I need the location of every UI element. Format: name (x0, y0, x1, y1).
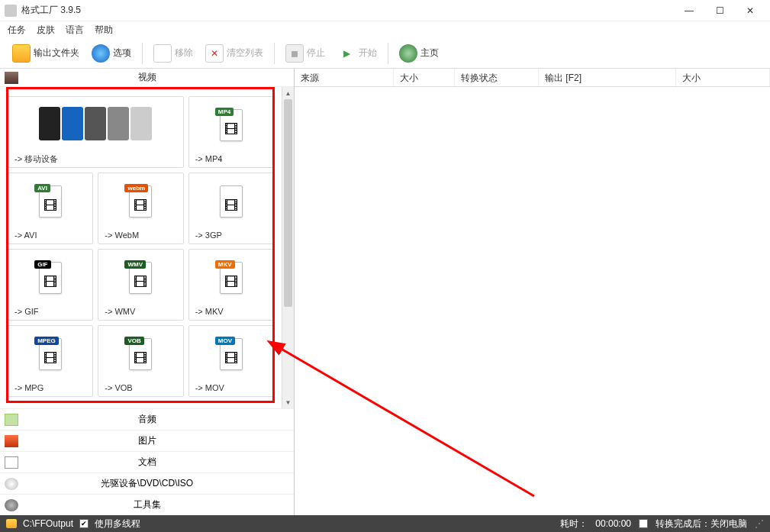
remove-label: 移除 (175, 47, 193, 60)
close-button[interactable]: ✕ (735, 2, 765, 20)
format-thumb-wmv: WMV🎞 (98, 250, 182, 303)
category-video[interactable]: 视频 (0, 69, 294, 87)
stop-icon: ◼ (285, 44, 304, 63)
separator (388, 43, 388, 64)
col-size2[interactable]: 大小 (676, 69, 770, 86)
task-list-header: 来源 大小 转换状态 输出 [F2] 大小 (295, 69, 770, 87)
format-thumb-mov: MOV🎞 (189, 326, 273, 379)
format-label-mov: -> MOV (189, 379, 273, 396)
status-bar: C:\FFOutput ✔ 使用多线程 耗时： 00:00:00 转换完成后：关… (0, 515, 770, 532)
category-audio-label: 音频 (138, 413, 156, 426)
output-folder-button[interactable]: 输出文件夹 (8, 43, 84, 64)
multithread-label: 使用多线程 (95, 517, 140, 530)
elapsed-value: 00:00:00 (595, 518, 631, 529)
shutdown-checkbox[interactable] (639, 519, 648, 528)
format-label-avi: -> AVI (8, 227, 92, 243)
menu-bar: 任务 皮肤 语言 帮助 (0, 21, 770, 38)
start-label: 开始 (359, 47, 377, 60)
clear-list-label: 清空列表 (227, 47, 263, 60)
format-thumb-gif: GIF🎞 (8, 250, 92, 303)
clear-list-button[interactable]: ✕ 清空列表 (201, 43, 268, 64)
menu-skin[interactable]: 皮肤 (37, 24, 55, 37)
category-list: 音频 图片 文档 光驱设备\DVD\CD\ISO 工具集 (0, 408, 294, 515)
format-tile-vob[interactable]: VOB🎞-> VOB (98, 325, 183, 397)
format-thumb-mp4: MP4🎞 (189, 97, 273, 150)
menu-language[interactable]: 语言 (66, 24, 84, 37)
multithread-checkbox[interactable]: ✔ (79, 519, 89, 528)
output-folder-label: 输出文件夹 (34, 47, 79, 60)
format-label-mp4: -> MP4 (189, 150, 273, 167)
resize-grip-icon[interactable]: ⋰ (755, 518, 764, 529)
folder-icon (12, 44, 31, 63)
gear-icon (92, 44, 110, 63)
category-tools[interactable]: 工具集 (0, 494, 294, 515)
format-tile-webm[interactable]: webm🎞-> WebM (98, 172, 183, 244)
format-label-webm: -> WebM (98, 227, 182, 243)
format-thumb-vob: VOB🎞 (98, 326, 182, 379)
main-area: 视频 -> 移动设备MP4🎞-> MP4AVI🎞-> AVIwebm🎞-> We… (0, 69, 770, 515)
toolbar: 输出文件夹 选项 移除 ✕ 清空列表 ◼ 停止 ▶ 开始 主页 (0, 38, 770, 69)
col-size[interactable]: 大小 (394, 69, 455, 86)
col-output[interactable]: 输出 [F2] (539, 69, 676, 86)
format-tile-3gp[interactable]: 🎞-> 3GP (188, 172, 274, 244)
options-button[interactable]: 选项 (87, 43, 136, 64)
video-grid-scroll[interactable]: -> 移动设备MP4🎞-> MP4AVI🎞-> AVIwebm🎞-> WebM🎞… (0, 87, 282, 408)
col-status[interactable]: 转换状态 (455, 69, 539, 86)
menu-task[interactable]: 任务 (8, 24, 26, 37)
format-label-mkv: -> MKV (189, 303, 273, 320)
globe-icon (399, 44, 417, 63)
format-tile-mp4[interactable]: MP4🎞-> MP4 (188, 96, 274, 168)
separator (274, 43, 275, 64)
stop-label: 停止 (307, 47, 325, 60)
format-tile-mkv[interactable]: MKV🎞-> MKV (188, 249, 274, 321)
format-tile-mobile[interactable]: -> 移动设备 (8, 96, 184, 168)
after-done-label: 转换完成后：关闭电脑 (656, 517, 747, 530)
separator (142, 43, 143, 64)
format-label-mobile: -> 移动设备 (8, 150, 183, 167)
scroll-thumb[interactable] (284, 99, 292, 307)
scrollbar[interactable]: ▲ ▼ (282, 87, 294, 408)
format-thumb-mkv: MKV🎞 (189, 250, 273, 303)
output-path[interactable]: C:\FFOutput (23, 518, 73, 529)
document-icon (5, 456, 18, 469)
scroll-track[interactable] (282, 99, 294, 396)
start-button[interactable]: ▶ 开始 (333, 43, 382, 64)
category-image[interactable]: 图片 (0, 430, 294, 451)
remove-button[interactable]: 移除 (149, 43, 198, 64)
format-thumb-avi: AVI🎞 (8, 173, 92, 227)
stop-button[interactable]: ◼ 停止 (281, 43, 330, 64)
minimize-button[interactable]: — (674, 2, 704, 20)
home-button[interactable]: 主页 (395, 43, 443, 64)
format-thumb-mobile (8, 97, 183, 150)
scroll-down-button[interactable]: ▼ (282, 396, 294, 408)
format-tile-gif[interactable]: GIF🎞-> GIF (8, 249, 93, 321)
format-tile-avi[interactable]: AVI🎞-> AVI (8, 172, 93, 244)
format-tile-mov[interactable]: MOV🎞-> MOV (188, 325, 274, 397)
elapsed-label: 耗时： (560, 517, 588, 530)
format-label-wmv: -> WMV (98, 303, 182, 320)
gears-icon (5, 499, 18, 511)
category-document-label: 文档 (138, 456, 156, 469)
options-label: 选项 (113, 47, 131, 60)
category-rom[interactable]: 光驱设备\DVD\CD\ISO (0, 472, 294, 494)
maximize-button[interactable]: ☐ (704, 2, 735, 20)
clear-icon: ✕ (205, 44, 224, 63)
format-tile-wmv[interactable]: WMV🎞-> WMV (98, 249, 183, 321)
menu-help[interactable]: 帮助 (95, 24, 113, 37)
category-video-label: 视频 (138, 71, 156, 84)
format-label-vob: -> VOB (98, 379, 182, 396)
task-list-body[interactable] (295, 87, 770, 515)
format-label-gif: -> GIF (8, 303, 92, 320)
format-thumb-mpg: MPEG🎞 (8, 326, 92, 379)
home-label: 主页 (420, 47, 439, 60)
col-source[interactable]: 来源 (295, 69, 394, 86)
category-document[interactable]: 文档 (0, 451, 294, 472)
scroll-up-button[interactable]: ▲ (282, 87, 294, 99)
category-rom-label: 光驱设备\DVD\CD\ISO (101, 477, 193, 490)
format-tile-mpg[interactable]: MPEG🎞-> MPG (8, 325, 93, 397)
app-icon (5, 5, 17, 17)
category-tools-label: 工具集 (134, 498, 161, 511)
category-audio[interactable]: 音频 (0, 408, 294, 430)
window-title: 格式工厂 3.9.5 (21, 4, 674, 17)
format-thumb-webm: webm🎞 (98, 173, 182, 227)
